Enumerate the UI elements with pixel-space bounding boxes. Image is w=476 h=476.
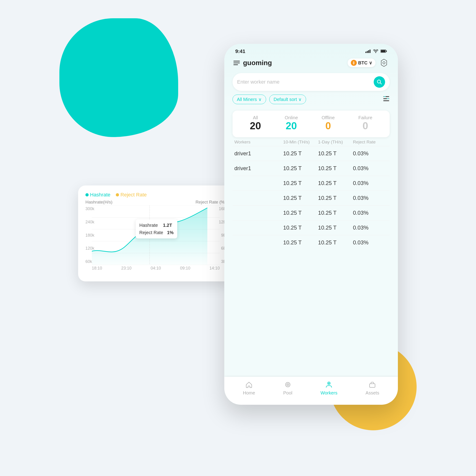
svg-rect-15 [386,51,387,52]
status-bar: 9:41 [224,44,398,56]
sort-filter-label: Default sort [274,97,297,102]
header-title: guoming [243,59,272,67]
worker-ten-min: 10.25 T [283,210,318,216]
worker-reject: 0.03% [353,180,388,186]
reject-rate-dot [116,193,119,196]
worker-name [234,239,283,246]
chart-axis-labels: Hashrate(H/s) Reject Rate (%) [85,200,226,205]
assets-label: Assets [365,390,379,396]
svg-rect-8 [365,52,366,53]
tooltip-reject-value: 1% [167,230,174,235]
home-icon [246,381,252,389]
worker-name [234,224,283,231]
worker-ten-min: 10.25 T [283,239,318,246]
table-row[interactable]: 10.25 T 10.25 T 0.03% [233,235,390,250]
th-reject-rate: Reject Rate [353,139,388,145]
x-axis-labels: 18:10 23:10 04:10 09:10 14:10 [85,266,226,271]
worker-one-day: 10.25 T [318,210,353,216]
filter-row: All Miners ∨ Default sort ∨ [224,95,398,108]
signal-icon [365,49,371,54]
currency-badge[interactable]: ₿ BTC ∨ [348,58,375,67]
stat-offline-label: Offline [322,115,335,120]
nav-home[interactable]: Home [243,381,255,396]
stat-offline-value: 0 [322,120,335,131]
nav-workers[interactable]: Workers [321,381,337,396]
nav-assets[interactable]: Assets [365,381,379,396]
table-row[interactable]: 10.25 T 10.25 T 0.03% [233,190,390,205]
svg-marker-16 [381,59,387,67]
worker-one-day: 10.25 T [318,195,353,201]
y-labels-left: 300k 240k 180k 120k 60k [85,205,94,265]
sort-filter[interactable]: Default sort ∨ [269,95,306,104]
stat-online[interactable]: Online 20 [285,115,298,131]
svg-rect-22 [383,100,389,101]
worker-name: driver1 [234,150,283,157]
table-row[interactable]: driver1 10.25 T 10.25 T 0.03% [233,161,390,176]
y-axis-left-label: Hashrate(H/s) [85,200,112,205]
stat-failure[interactable]: Failure 0 [358,115,372,131]
reject-rate-legend-label: Reject Rate [120,192,147,198]
stat-failure-label: Failure [358,115,372,120]
wifi-icon [373,49,378,54]
svg-point-23 [384,96,385,97]
stat-offline[interactable]: Offline 0 [322,115,335,131]
worker-reject: 0.03% [353,195,388,201]
svg-rect-10 [368,50,369,53]
stats-row: All 20 Online 20 Offline 0 Failure 0 [238,115,384,131]
chart-legend: Hashrate Reject Rate [85,192,226,198]
chart-card: Hashrate Reject Rate Hashrate(H/s) Rejec… [78,186,233,281]
tooltip-hashrate-label: Hashrate [139,223,158,228]
pool-label: Pool [283,390,292,396]
hamburger-line-1 [233,61,240,61]
table-row[interactable]: 10.25 T 10.25 T 0.03% [233,176,390,190]
chart-area: 300k 240k 180k 120k 60k 16E 12E 9E 6E 3E [85,205,226,265]
svg-point-24 [387,98,389,99]
table-row[interactable]: 10.25 T 10.25 T 0.03% [233,220,390,235]
worker-one-day: 10.25 T [318,150,353,157]
worker-name [234,195,283,201]
hamburger-icon[interactable] [233,61,240,65]
worker-ten-min: 10.25 T [283,195,318,201]
settings-icon[interactable] [379,58,389,68]
status-icons [365,49,387,54]
column-settings-icon[interactable] [383,95,390,103]
worker-one-day: 10.25 T [318,180,353,186]
y-axis-right-label: Reject Rate (%) [196,200,226,205]
btc-icon: ₿ [351,60,357,66]
currency-chevron: ∨ [369,60,372,66]
th-workers: Workers [234,139,283,145]
search-placeholder[interactable]: Enter worker name [237,79,374,85]
svg-rect-30 [370,384,375,387]
table-rows-container: driver1 10.25 T 10.25 T 0.03% driver1 10… [233,146,390,250]
worker-table: Workers 10-Min (TH/s) 1-Day (TH/s) Rejec… [233,137,390,377]
chart-tooltip: Hashrate 1.2T Reject Rate 1% [136,219,177,238]
worker-ten-min: 10.25 T [283,180,318,186]
hashrate-legend: Hashrate [85,192,110,198]
nav-pool[interactable]: Pool [283,381,292,396]
tooltip-hashrate-value: 1.2T [163,223,172,228]
home-label: Home [243,390,255,396]
header-right: ₿ BTC ∨ [348,58,389,68]
currency-label: BTC [358,60,368,66]
worker-ten-min: 10.25 T [283,150,318,157]
svg-point-12 [375,52,376,53]
workers-label: Workers [321,390,337,396]
miners-filter[interactable]: All Miners ∨ [233,95,266,104]
svg-rect-9 [367,51,368,53]
svg-point-27 [287,384,288,385]
worker-ten-min: 10.25 T [283,224,318,231]
miners-filter-chevron: ∨ [258,97,262,102]
stat-all[interactable]: All 20 [250,115,261,131]
svg-point-17 [383,62,385,64]
search-button[interactable] [374,76,385,88]
header-left: guoming [233,59,272,67]
table-row[interactable]: driver1 10.25 T 10.25 T 0.03% [233,146,390,161]
status-time: 9:41 [235,49,245,54]
bottom-nav: Home Pool [224,377,398,405]
worker-name [234,210,283,216]
battery-icon [380,49,387,54]
worker-reject: 0.03% [353,224,388,231]
phone-header: guoming ₿ BTC ∨ [224,56,398,71]
worker-reject: 0.03% [353,150,388,157]
table-row[interactable]: 10.25 T 10.25 T 0.03% [233,205,390,220]
